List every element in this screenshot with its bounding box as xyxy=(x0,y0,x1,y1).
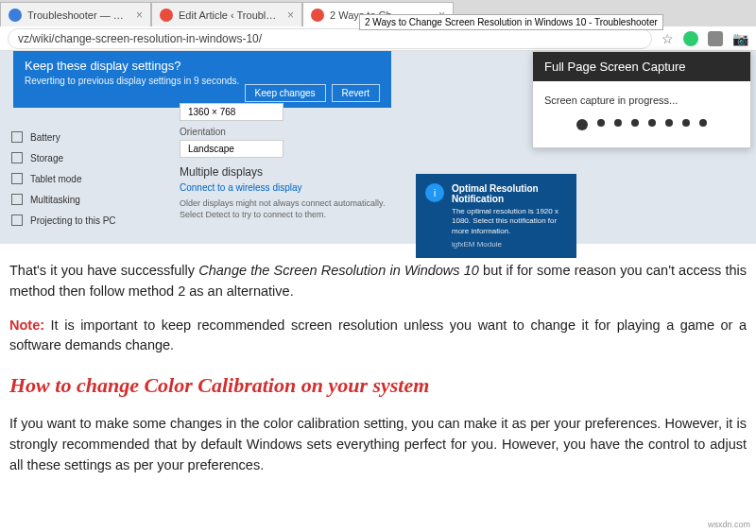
dot-icon xyxy=(576,119,588,130)
address-input[interactable]: vz/wiki/change-screen-resolution-in-wind… xyxy=(8,28,652,49)
display-settings-dialog: Keep these display settings? Reverting t… xyxy=(13,51,391,108)
tab-title: Troubleshooter — Word xyxy=(27,9,130,21)
resolution-notification[interactable]: i Optimal Resolution Notification The op… xyxy=(416,174,576,258)
watermark: wsxdn.com xyxy=(708,520,750,529)
sidebar-item-projecting[interactable]: Projecting to this PC xyxy=(0,210,128,231)
battery-icon xyxy=(11,131,23,143)
dot-icon xyxy=(597,119,605,127)
projecting-icon xyxy=(11,215,23,226)
revert-button[interactable]: Revert xyxy=(332,84,380,102)
dot-icon xyxy=(665,119,673,127)
dot-icon xyxy=(699,119,707,127)
paragraph: If you want to make some changes in the … xyxy=(9,414,747,475)
progress-dots xyxy=(544,119,739,130)
displays-note: Older displays might not always connect … xyxy=(180,198,397,220)
dot-icon xyxy=(682,119,690,127)
close-icon[interactable]: × xyxy=(136,9,143,22)
sidebar-item-storage[interactable]: Storage xyxy=(0,147,128,168)
favicon xyxy=(9,9,22,22)
settings-sidebar: Battery Storage Tablet mode Multitasking… xyxy=(0,127,128,231)
screen-capture-popup: Full Page Screen Capture Screen capture … xyxy=(532,51,751,148)
tab-tooltip: 2 Ways to Change Screen Resolution in Wi… xyxy=(359,14,663,30)
connect-wireless-link[interactable]: Connect to a wireless display xyxy=(180,182,397,193)
notification-body: The optimal resolution is 1920 x 1080. S… xyxy=(452,207,567,236)
tab-1[interactable]: Troubleshooter — Word × xyxy=(0,2,151,26)
dot-icon xyxy=(614,119,622,127)
extension-icons: ☆ 📷 xyxy=(662,31,748,46)
note-label: Note: xyxy=(9,317,44,333)
note-paragraph: Note: It is important to keep recommende… xyxy=(9,316,747,357)
tablet-icon xyxy=(11,173,23,184)
notification-title: Optimal Resolution Notification xyxy=(452,183,567,204)
close-icon[interactable]: × xyxy=(287,9,294,22)
multiple-displays-heading: Multiple displays xyxy=(180,165,397,179)
section-heading: How to change Color Calibration on your … xyxy=(9,369,747,401)
favicon xyxy=(311,9,324,22)
sidebar-item-battery[interactable]: Battery xyxy=(0,127,128,147)
dot-icon xyxy=(631,119,639,127)
italic-text: Change the Screen Resolution in Windows … xyxy=(198,263,479,278)
dialog-title: Keep these display settings? xyxy=(25,59,380,73)
capture-header: Full Page Screen Capture xyxy=(533,52,750,81)
multitasking-icon xyxy=(11,194,23,205)
resolution-dropdown[interactable]: 1360 × 768 xyxy=(180,103,284,121)
info-icon: i xyxy=(425,183,444,202)
tab-2[interactable]: Edit Article ‹ Troubleshooter — W × xyxy=(151,2,302,26)
paragraph: That's it you have successfully Change t… xyxy=(9,261,747,302)
bookmark-star-icon[interactable]: ☆ xyxy=(662,31,674,46)
sidebar-item-multitasking[interactable]: Multitasking xyxy=(0,189,128,210)
keep-changes-button[interactable]: Keep changes xyxy=(245,84,326,102)
capture-progress-text: Screen capture in progress... xyxy=(544,94,739,106)
extension-icon[interactable] xyxy=(708,31,723,46)
orientation-label: Orientation xyxy=(180,127,397,137)
article-body: That's it you have successfully Change t… xyxy=(0,244,756,506)
favicon xyxy=(160,9,173,22)
extension-icon[interactable] xyxy=(683,31,698,46)
settings-panel: 1360 × 768 Orientation Landscape Multipl… xyxy=(180,103,397,220)
tab-title: Edit Article ‹ Troubleshooter — W xyxy=(179,9,282,21)
article-screenshot: Keep these display settings? Reverting t… xyxy=(0,51,756,244)
sidebar-item-tablet[interactable]: Tablet mode xyxy=(0,168,128,189)
notification-source: igfxEM Module xyxy=(452,240,567,249)
screen-capture-icon[interactable]: 📷 xyxy=(732,31,748,46)
dot-icon xyxy=(648,119,656,127)
storage-icon xyxy=(11,152,23,163)
orientation-dropdown[interactable]: Landscape xyxy=(180,140,284,158)
